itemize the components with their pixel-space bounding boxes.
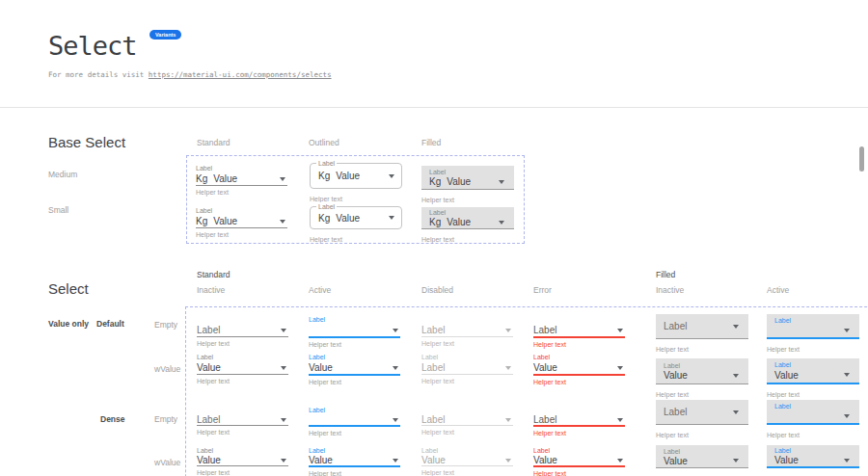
select-standard-disabled-default-wvalue[interactable]: LabelLabelHelper text [421, 353, 513, 385]
select-label: Label [774, 360, 852, 369]
row-group-label-value-only: Value only [48, 319, 89, 329]
select-label: Label [664, 361, 741, 370]
select-value-wrap: Label [421, 325, 445, 335]
column-header-outlined: Outlined [309, 138, 339, 147]
select-label: Label [309, 315, 400, 324]
vertical-scrollbar-thumb[interactable] [859, 146, 864, 172]
select-standard-disabled-default-empty[interactable]: LabelHelper text [421, 324, 513, 348]
select-underline [421, 425, 513, 426]
helper-text: Helper text [767, 346, 800, 354]
helper-text: Helper text [767, 391, 800, 399]
select-underline [421, 374, 513, 375]
caret-down-icon [281, 459, 286, 463]
select-value-wrap: Label [421, 362, 445, 373]
select-value-row: Label [421, 414, 513, 425]
caret-down-icon [393, 329, 398, 332]
select-label: Label [196, 206, 287, 215]
select-outlined-box: LabelKgValue [310, 163, 402, 189]
helper-text: Helper text [196, 231, 287, 239]
caret-down-icon [617, 418, 623, 422]
select-value: Value [447, 176, 471, 187]
select-standard-inactive-default-empty[interactable]: LabelHelper text [197, 324, 288, 348]
select-value-row: Value [664, 456, 741, 466]
select-standard-small[interactable]: LabelKgValueHelper text [196, 206, 287, 239]
caret-down-icon [393, 418, 398, 422]
select-filled-box: LabelKgValue [421, 207, 514, 229]
select-value-wrap: Value [309, 455, 333, 465]
helper-text: Helper text [767, 432, 800, 439]
caret-down-icon [617, 329, 623, 332]
select-standard-active-default-empty[interactable]: LabelHelper text [309, 315, 400, 349]
select-standard-error-dense-empty[interactable]: LabelHelper text [533, 414, 625, 437]
select-standard-inactive-dense-wvalue[interactable]: LabelValueHelper text [197, 446, 288, 476]
select-standard-disabled-dense-wvalue[interactable]: LabelValueHelper text [421, 446, 513, 476]
select-value: Value [309, 455, 333, 465]
select-value-wrap: Value [197, 362, 221, 373]
select-value-wrap: KgValue [429, 176, 471, 187]
select-value: Value [664, 456, 688, 466]
caret-down-icon [499, 221, 504, 225]
select-underline [421, 336, 513, 337]
select-standard-error-default-wvalue[interactable]: LabelValueHelper text [533, 353, 625, 386]
select-adornment: Kg [196, 173, 207, 184]
select-standard-error-dense-wvalue[interactable]: LabelValueHelper text [533, 446, 625, 476]
select-underline [197, 336, 288, 337]
helper-text: Helper text [533, 470, 625, 476]
select-underline [533, 336, 625, 338]
select-value: Label [533, 325, 556, 335]
caret-down-icon [281, 329, 286, 332]
select-underline [196, 227, 287, 228]
select-standard-active-dense-empty[interactable]: LabelHelper text [309, 406, 400, 437]
column-header-active: Active [309, 285, 331, 295]
select-label: Label [533, 353, 625, 361]
select-value-row: Label [421, 324, 513, 336]
select-label: Label [309, 353, 400, 361]
subtitle: For more details visit https://material-… [48, 70, 332, 79]
column-header-standard: Standard [197, 138, 231, 147]
select-value-wrap: Value [774, 370, 799, 381]
select-value-row: Value [774, 455, 852, 465]
select-standard-disabled-dense-empty[interactable]: LabelHelper text [421, 414, 513, 436]
select-value-row: Value [421, 455, 513, 465]
select-label: Label [196, 164, 287, 172]
group-header-standard: Standard [197, 270, 231, 279]
select-standard-medium[interactable]: LabelKgValueHelper text [196, 164, 287, 197]
row-label-empty: Empty [154, 414, 177, 424]
select-standard-inactive-dense-empty[interactable]: LabelHelper text [197, 414, 288, 436]
select-underline [196, 185, 287, 186]
size-label-default: Default [96, 319, 124, 329]
select-standard-active-dense-wvalue[interactable]: LabelValueHelper text [309, 446, 400, 476]
helper-text: Helper text [196, 189, 287, 197]
select-value-row: Value [197, 455, 288, 465]
select-value: Value [421, 455, 446, 465]
select-label: Label [421, 353, 513, 361]
select-label: Label [309, 446, 400, 455]
caret-down-icon [393, 459, 398, 463]
select-standard-error-default-empty[interactable]: LabelHelper text [533, 324, 625, 349]
helper-text: Helper text [421, 429, 513, 436]
caret-down-icon [499, 180, 504, 184]
select-value: Value [213, 216, 237, 226]
select-value-wrap: Value [664, 456, 688, 466]
select-spec-page: Select Variants For more details visit h… [0, 0, 868, 476]
select-value: Label [664, 407, 687, 417]
select-value-row: Label [197, 324, 288, 336]
select-value: Value [774, 370, 799, 381]
select-value-wrap: KgValue [429, 217, 471, 227]
helper-text: Helper text [656, 391, 689, 399]
doc-link[interactable]: https://material-ui.com/components/selec… [149, 70, 332, 79]
select-standard-inactive-default-wvalue[interactable]: LabelValueHelper text [197, 353, 288, 385]
row-label-wvalue: wValue [154, 364, 180, 374]
caret-down-icon [733, 325, 739, 329]
select-filled-box: LabelValue [656, 358, 748, 384]
select-underline [309, 374, 400, 376]
helper-text: Helper text [656, 346, 689, 354]
caret-down-icon [281, 366, 286, 370]
select-label: Label [316, 159, 337, 168]
select-label: Label [664, 447, 741, 456]
select-value-wrap: Value [664, 370, 688, 381]
row-label-small: Small [48, 205, 68, 215]
select-underline [309, 425, 400, 427]
select-adornment: Kg [429, 176, 441, 187]
select-standard-active-default-wvalue[interactable]: LabelValueHelper text [309, 353, 400, 386]
